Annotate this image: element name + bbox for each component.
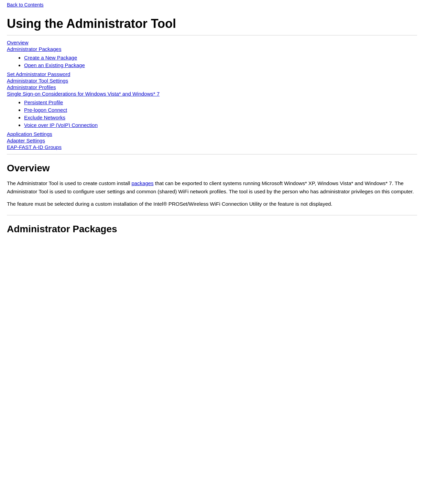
toc-packages-list: Create a New Package Open an Existing Pa… (7, 55, 417, 68)
list-item: Persistent Profile (24, 99, 417, 106)
toc-voip-link[interactable]: Voice over IP (VoIP) Connection (24, 122, 98, 128)
toc-persistent-profile-link[interactable]: Persistent Profile (24, 99, 63, 105)
toc-admin-packages-link[interactable]: Administrator Packages (7, 46, 417, 52)
page-title: Using the Administrator Tool (7, 17, 417, 31)
overview-packages-link[interactable]: packages (131, 180, 153, 186)
overview-paragraph2: The feature must be selected during a cu… (7, 200, 417, 208)
list-item: Exclude Networks (24, 115, 417, 121)
toc-sso-list: Persistent Profile Pre-logon Connect Exc… (7, 99, 417, 128)
overview-text-before-link: The Administrator Tool is used to create… (7, 180, 131, 186)
toc-adapter-settings-link[interactable]: Adapter Settings (7, 138, 417, 143)
overview-paragraph1: The Administrator Tool is used to create… (7, 179, 417, 196)
toc-eap-fast-link[interactable]: EAP-FAST A-ID Groups (7, 144, 417, 150)
divider-middle (7, 154, 417, 154)
toc-exclude-networks-link[interactable]: Exclude Networks (24, 115, 65, 120)
overview-title: Overview (7, 163, 417, 174)
admin-packages-section: Administrator Packages (7, 224, 417, 235)
toc-sso-link[interactable]: Single Sign-on Considerations for Window… (7, 91, 417, 97)
toc-app-settings-link[interactable]: Application Settings (7, 131, 417, 137)
toc-open-package-link[interactable]: Open an Existing Package (24, 62, 85, 68)
list-item: Voice over IP (VoIP) Connection (24, 122, 417, 128)
toc-create-package-link[interactable]: Create a New Package (24, 55, 77, 61)
toc-set-admin-password-link[interactable]: Set Administrator Password (7, 71, 417, 77)
toc-pre-logon-connect-link[interactable]: Pre-logon Connect (24, 107, 67, 113)
list-item: Create a New Package (24, 55, 417, 61)
admin-packages-title: Administrator Packages (7, 224, 417, 235)
list-item: Open an Existing Package (24, 62, 417, 68)
divider-top (7, 35, 417, 35)
toc-admin-profiles-link[interactable]: Administrator Profiles (7, 84, 417, 90)
toc-overview-link[interactable]: Overview (7, 40, 417, 45)
back-to-contents-link[interactable]: Back to Contents (7, 0, 417, 10)
overview-section: Overview The Administrator Tool is used … (7, 163, 417, 208)
list-item: Pre-logon Connect (24, 107, 417, 113)
toc-section: Overview Administrator Packages Create a… (7, 40, 417, 150)
toc-admin-tool-settings-link[interactable]: Administrator Tool Settings (7, 78, 417, 84)
divider-bottom (7, 215, 417, 215)
